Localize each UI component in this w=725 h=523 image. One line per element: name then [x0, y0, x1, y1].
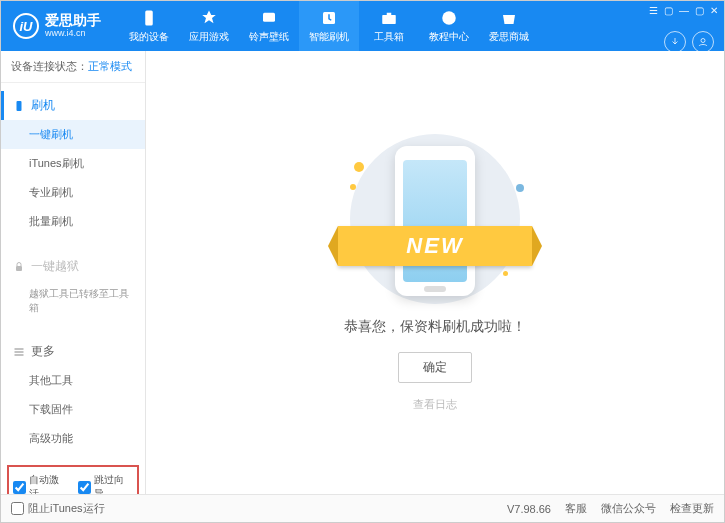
auto-activate-checkbox[interactable]: 自动激活	[13, 473, 68, 494]
update-link[interactable]: 检查更新	[670, 501, 714, 516]
svg-point-5	[442, 11, 456, 25]
sidebar-item-batch[interactable]: 批量刷机	[1, 207, 145, 236]
connection-status: 设备连接状态：正常模式	[1, 51, 145, 83]
svg-rect-11	[15, 354, 24, 355]
sidebar-more-header[interactable]: 更多	[1, 337, 145, 366]
view-log-link[interactable]: 查看日志	[413, 397, 457, 412]
sidebar-jailbreak-header[interactable]: 一键越狱	[1, 252, 145, 281]
svg-rect-8	[16, 266, 22, 271]
close-icon[interactable]: ✕	[710, 5, 718, 16]
success-message: 恭喜您，保资料刷机成功啦！	[344, 318, 526, 336]
lock-icon	[13, 261, 25, 273]
statusbar: 阻止iTunes运行 V7.98.66 客服 微信公众号 检查更新	[1, 494, 724, 522]
tab-store[interactable]: 爱思商城	[479, 1, 539, 51]
phone-icon	[13, 100, 25, 112]
svg-rect-0	[145, 10, 153, 25]
minimize-icon[interactable]: —	[679, 5, 689, 16]
titlebar: iU 爱思助手 www.i4.cn 我的设备 应用游戏 铃声壁纸 智能刷机 工具…	[1, 1, 724, 51]
svg-point-6	[701, 39, 705, 43]
phone-illustration-icon	[395, 146, 475, 296]
sidebar-item-other[interactable]: 其他工具	[1, 366, 145, 395]
logo: iU 爱思助手 www.i4.cn	[1, 13, 113, 39]
window-controls: ☰ ▢ — ▢ ✕	[649, 5, 718, 16]
sidebar-item-download[interactable]: 下载固件	[1, 395, 145, 424]
sidebar-item-oneclick[interactable]: 一键刷机	[1, 120, 145, 149]
app-url: www.i4.cn	[45, 29, 101, 39]
version-label: V7.98.66	[507, 503, 551, 515]
support-link[interactable]: 客服	[565, 501, 587, 516]
svg-rect-4	[387, 12, 392, 14]
skin-icon[interactable]: ▢	[664, 5, 673, 16]
tab-toolbox[interactable]: 工具箱	[359, 1, 419, 51]
app-window: iU 爱思助手 www.i4.cn 我的设备 应用游戏 铃声壁纸 智能刷机 工具…	[0, 0, 725, 523]
user-icon[interactable]	[692, 31, 714, 53]
logo-icon: iU	[13, 13, 39, 39]
svg-rect-1	[263, 12, 275, 21]
sidebar-flash-header[interactable]: 刷机	[1, 91, 145, 120]
tab-tutorial[interactable]: 教程中心	[419, 1, 479, 51]
svg-rect-7	[17, 101, 22, 111]
menu-icon[interactable]: ☰	[649, 5, 658, 16]
tab-apps[interactable]: 应用游戏	[179, 1, 239, 51]
wechat-link[interactable]: 微信公众号	[601, 501, 656, 516]
sidebar-item-pro[interactable]: 专业刷机	[1, 178, 145, 207]
maximize-icon[interactable]: ▢	[695, 5, 704, 16]
sidebar-item-itunes[interactable]: iTunes刷机	[1, 149, 145, 178]
svg-rect-10	[15, 351, 24, 352]
skip-guide-checkbox[interactable]: 跳过向导	[78, 473, 133, 494]
sidebar: 设备连接状态：正常模式 刷机 一键刷机 iTunes刷机 专业刷机 批量刷机 一…	[1, 51, 146, 494]
app-title: 爱思助手	[45, 13, 101, 28]
download-icon[interactable]	[664, 31, 686, 53]
svg-rect-3	[382, 15, 396, 24]
ok-button[interactable]: 确定	[398, 352, 472, 383]
sidebar-item-advanced[interactable]: 高级功能	[1, 424, 145, 453]
jailbreak-note: 越狱工具已转移至工具箱	[1, 281, 145, 321]
tab-ringtone[interactable]: 铃声壁纸	[239, 1, 299, 51]
options-box: 自动激活 跳过向导	[7, 465, 139, 494]
new-banner: NEW	[338, 226, 532, 266]
main-content: NEW 恭喜您，保资料刷机成功啦！ 确定 查看日志	[146, 51, 724, 494]
tab-flash[interactable]: 智能刷机	[299, 1, 359, 51]
block-itunes-checkbox[interactable]: 阻止iTunes运行	[11, 501, 105, 516]
menu-icon	[13, 346, 25, 358]
tab-device[interactable]: 我的设备	[119, 1, 179, 51]
svg-rect-9	[15, 348, 24, 349]
nav-tabs: 我的设备 应用游戏 铃声壁纸 智能刷机 工具箱 教程中心 爱思商城	[119, 1, 539, 51]
success-illustration: NEW	[350, 134, 520, 304]
